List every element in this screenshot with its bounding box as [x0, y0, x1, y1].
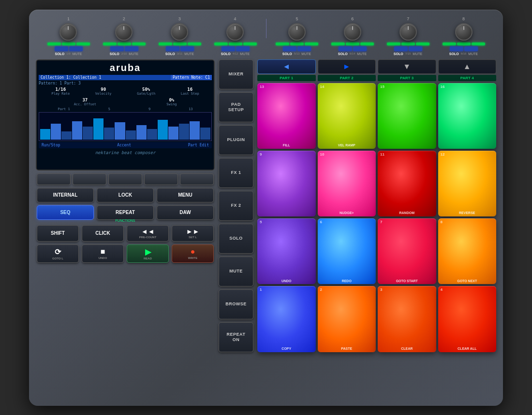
knob-group-8: 8	[436, 16, 491, 41]
mute-text-1: MUTE	[73, 52, 82, 56]
led-5-3	[305, 43, 318, 45]
knob-4[interactable]	[226, 23, 244, 41]
pad-9[interactable]: 9	[257, 151, 316, 216]
solo-btn-3[interactable]	[166, 46, 179, 51]
screen-accent: Accent	[117, 143, 131, 147]
solo-btn-2[interactable]	[110, 46, 124, 51]
mixer-button[interactable]: MIXER	[219, 59, 253, 89]
led-6-3	[360, 43, 374, 45]
solo-mute-group-6: SOLO6/14MUTE	[325, 46, 380, 56]
plugin-button[interactable]: PLUGIN	[219, 125, 253, 155]
browse-button[interactable]: BROWSE	[219, 289, 253, 319]
internal-button[interactable]: INTERNAL	[37, 188, 94, 202]
mute-btn-7[interactable]	[409, 46, 422, 51]
pad-2[interactable]: 2 PASTE	[318, 286, 376, 352]
mute-btn-6[interactable]	[353, 46, 367, 51]
pad-16[interactable]: 16	[438, 83, 497, 149]
part-3-arrow-icon: ▼	[403, 62, 411, 71]
nav-btn-5[interactable]	[180, 173, 214, 185]
pad-4[interactable]: 4 CLEAR ALL	[438, 286, 497, 352]
pad-8-label: GOTO NEXT	[440, 279, 495, 283]
part-4-arrow-btn[interactable]: ▲	[438, 59, 497, 74]
pad-5[interactable]: 5 UNDO	[257, 218, 316, 284]
mute-btn-4[interactable]	[236, 46, 250, 51]
knob-1[interactable]	[59, 23, 77, 41]
seq-button[interactable]: SEQ	[37, 205, 94, 220]
solo-mute-group-4: SOLO4/12MUTE	[207, 46, 263, 56]
pad-12[interactable]: 12 REVERSE	[438, 151, 497, 216]
led-group-1	[41, 43, 96, 45]
solo-mute-row: SOLO 1/9 MUTE SOLO2/10MUTE SOLO3/11MUTE …	[36, 46, 496, 56]
nav-btn-3[interactable]	[108, 173, 142, 185]
daw-button[interactable]: DAW	[157, 205, 214, 220]
pad-6[interactable]: 6 REDO	[318, 218, 376, 284]
part-1-arrow-btn[interactable]: ◄	[257, 59, 316, 74]
fx2-button[interactable]: FX 2	[219, 191, 253, 221]
repeat-on-button[interactable]: REPEAT ON	[219, 322, 253, 352]
pad-1[interactable]: 1 COPY	[257, 286, 316, 352]
repeat-button[interactable]: REPEAT	[97, 205, 154, 220]
pad-7[interactable]: 7 GOTO START	[378, 218, 436, 284]
solo-button[interactable]: SOLO	[219, 224, 253, 254]
pad-3[interactable]: 3 CLEAR	[378, 286, 436, 352]
solo-btn-6[interactable]	[339, 46, 352, 51]
knob-7[interactable]	[399, 23, 417, 41]
record-button[interactable]: ● WRITE	[172, 244, 214, 263]
mute-btn-5[interactable]	[297, 46, 311, 51]
pad-10[interactable]: 10 NUDGE>	[318, 151, 376, 216]
led-2-3	[132, 43, 146, 45]
pad-13[interactable]: 13 FILL	[257, 83, 316, 149]
pad-11[interactable]: 11 RANDOM	[378, 151, 436, 216]
part-2-arrow-btn[interactable]: ►	[318, 59, 376, 74]
fx1-button[interactable]: FX 1	[219, 158, 253, 188]
led-7-1	[387, 43, 400, 45]
screen-pattern: Pattern: 1 Part: 3	[37, 81, 214, 86]
pad-16-number: 16	[441, 85, 445, 89]
play-button[interactable]: ▶ READ	[127, 244, 169, 263]
knob-3[interactable]	[171, 23, 188, 41]
mute-btn-2[interactable]	[125, 46, 138, 51]
solo-btn-1[interactable]	[55, 46, 68, 51]
knob-8[interactable]	[455, 23, 473, 41]
rewind-button[interactable]: ◄◄ PRE-COUNT	[127, 225, 169, 242]
mute-btn-1[interactable]	[69, 46, 83, 51]
nav-btn-4[interactable]	[144, 173, 178, 185]
screen-info-row-2: 37 Acc. Offset 0% Swing	[37, 97, 214, 107]
pad-12-label: REVERSE	[440, 211, 495, 215]
knob-6[interactable]	[344, 23, 361, 41]
shift-button[interactable]: SHIFT	[37, 225, 79, 242]
mute-btn-8[interactable]	[464, 46, 478, 51]
right-inner: MIXER PAD SETUP PLUGIN FX 1 FX 2 SOLO MU…	[219, 59, 496, 352]
solo-btn-7[interactable]	[394, 46, 408, 51]
solo-mute-group-3: SOLO3/11MUTE	[152, 46, 207, 56]
pad-8[interactable]: 8 GOTO NEXT	[438, 218, 497, 284]
pad-15[interactable]: 15	[378, 83, 436, 149]
knob-5[interactable]	[288, 23, 306, 41]
part-3-arrow-btn[interactable]: ▼	[378, 59, 436, 74]
mute-btn-3[interactable]	[180, 46, 194, 51]
mute-button[interactable]: MUTE	[219, 257, 253, 286]
nav-btn-2[interactable]	[73, 173, 106, 185]
goto-l-button[interactable]: ⟳ GOTO L	[37, 244, 79, 263]
screen-last-step: 16 Last Step	[181, 87, 199, 96]
screen-brand: nektarine beat composer	[37, 149, 214, 156]
part-buttons-row: ◄ PART 1 ► PART 2 ▼	[257, 59, 496, 81]
solo-btn-8[interactable]	[450, 46, 463, 51]
screen-gate-val: 50%	[137, 87, 155, 92]
solo-btn-5[interactable]	[283, 46, 296, 51]
undo-button[interactable]: ■ UNDO	[82, 244, 124, 263]
forward-button[interactable]: ►► SET L	[172, 225, 214, 242]
pad-setup-button[interactable]: PAD SETUP	[219, 92, 253, 122]
menu-button[interactable]: MENU	[157, 188, 214, 202]
part-label-2: 5	[108, 107, 110, 111]
pad-13-label: FILL	[259, 143, 314, 147]
pad-14[interactable]: 14 VEL RAMP	[318, 83, 376, 149]
part-2-group: ► PART 2	[318, 59, 376, 81]
led-6-1	[331, 43, 345, 45]
knob-2[interactable]	[115, 23, 133, 41]
solo-btn-4[interactable]	[222, 46, 235, 51]
lock-button[interactable]: LOCK	[97, 188, 154, 202]
pad-3-label: CLEAR	[379, 347, 435, 351]
nav-btn-1[interactable]	[37, 173, 71, 185]
click-button[interactable]: CLICK	[82, 225, 124, 242]
